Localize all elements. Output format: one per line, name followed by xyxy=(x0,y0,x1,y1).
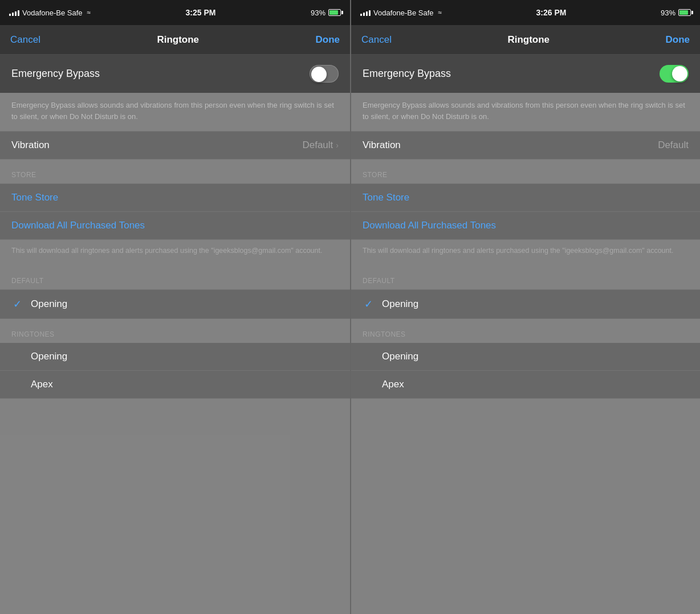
done-button-left[interactable]: Done xyxy=(315,34,340,46)
carrier-left: Vodafone-Be Safe xyxy=(22,9,83,17)
vibration-label-right: Vibration xyxy=(363,140,401,151)
vibration-value-left: Default › xyxy=(302,140,339,151)
emergency-bypass-row-left: Emergency Bypass xyxy=(0,55,350,93)
left-panel: Vodafone-Be Safe ≈ 3:25 PM 93% Cancel Ri… xyxy=(0,0,350,614)
default-section-header-left: DEFAULT xyxy=(0,265,350,289)
description-text-left: Emergency Bypass allows sounds and vibra… xyxy=(11,100,339,122)
emergency-toggle-right[interactable] xyxy=(660,65,689,83)
battery-fill-right xyxy=(679,10,688,15)
default-opening-label-left: Opening xyxy=(31,298,67,310)
time-left: 3:25 PM xyxy=(186,8,216,17)
status-right-left: 93% xyxy=(311,9,341,17)
ringtone-opening-right[interactable]: Opening xyxy=(351,343,700,371)
tone-store-item-right[interactable]: Tone Store xyxy=(351,183,700,212)
signal-bar-4 xyxy=(18,10,19,16)
signal-bar-r3 xyxy=(366,11,368,16)
battery-percent-left: 93% xyxy=(311,9,325,17)
cancel-button-left[interactable]: Cancel xyxy=(10,34,40,46)
tone-store-text-right: Tone Store xyxy=(363,192,409,203)
signal-bar-2 xyxy=(12,13,14,16)
battery-icon-right xyxy=(678,9,691,16)
status-bar-left: Vodafone-Be Safe ≈ 3:25 PM 93% xyxy=(0,0,350,25)
emergency-label-left: Emergency Bypass xyxy=(11,68,100,80)
right-panel: Vodafone-Be Safe ≈ 3:26 PM 93% Cancel Ri… xyxy=(350,0,700,614)
battery-percent-right: 93% xyxy=(661,9,675,17)
tone-store-text-left: Tone Store xyxy=(11,192,58,203)
battery-icon-left xyxy=(328,9,341,16)
status-left: Vodafone-Be Safe ≈ xyxy=(9,9,91,17)
ringtones-section-header-left: RINGTONES xyxy=(0,319,350,343)
toggle-knob-right xyxy=(672,66,687,81)
status-right-right: 93% xyxy=(661,9,691,17)
vibration-label-left: Vibration xyxy=(11,140,50,151)
ringtone-apex-left[interactable]: Apex xyxy=(0,371,350,399)
description-text-right: Emergency Bypass allows sounds and vibra… xyxy=(363,100,689,122)
status-bar-right: Vodafone-Be Safe ≈ 3:26 PM 93% xyxy=(351,0,700,25)
signal-bar-3 xyxy=(15,11,17,16)
cancel-button-right[interactable]: Cancel xyxy=(361,34,392,46)
emergency-toggle-left[interactable] xyxy=(310,65,339,83)
vibration-row-left[interactable]: Vibration Default › xyxy=(0,131,350,159)
default-opening-item-left[interactable]: ✓ Opening xyxy=(0,289,350,319)
signal-bar-r1 xyxy=(360,14,362,16)
description-section-left: Emergency Bypass allows sounds and vibra… xyxy=(0,93,350,131)
status-left-right: Vodafone-Be Safe ≈ xyxy=(360,9,442,17)
default-opening-item-right[interactable]: ✓ Opening xyxy=(351,289,700,319)
download-all-text-right: Download All Purchased Tones xyxy=(363,220,496,231)
checkmark-left: ✓ xyxy=(11,298,23,310)
store-section-header-right: STORE xyxy=(351,159,700,183)
nav-bar-right: Cancel Ringtone Done xyxy=(351,25,700,55)
vibration-row-right[interactable]: Vibration Default xyxy=(351,131,700,159)
signal-icon xyxy=(9,9,19,16)
default-opening-label-right: Opening xyxy=(382,298,418,310)
wifi-icon-right: ≈ xyxy=(438,9,442,17)
emergency-label-right: Emergency Bypass xyxy=(363,68,451,80)
tone-store-item-left[interactable]: Tone Store xyxy=(0,183,350,212)
content-left: Emergency Bypass Emergency Bypass allows… xyxy=(0,55,350,614)
nav-title-left: Ringtone xyxy=(157,34,199,46)
signal-bar-r2 xyxy=(363,13,365,16)
store-section-header-left: STORE xyxy=(0,159,350,183)
carrier-right: Vodafone-Be Safe xyxy=(373,9,434,17)
ringtone-opening-label-left: Opening xyxy=(31,351,67,362)
download-all-item-right[interactable]: Download All Purchased Tones xyxy=(351,212,700,240)
ringtone-apex-right[interactable]: Apex xyxy=(351,371,700,399)
ringtone-opening-label-right: Opening xyxy=(382,351,418,362)
wifi-icon-left: ≈ xyxy=(87,9,91,17)
ringtones-section-header-right: RINGTONES xyxy=(351,319,700,343)
battery-fill-left xyxy=(329,10,338,15)
description-section-right: Emergency Bypass allows sounds and vibra… xyxy=(351,93,700,131)
signal-icon-right xyxy=(360,9,371,16)
download-all-item-left[interactable]: Download All Purchased Tones xyxy=(0,212,350,240)
emergency-bypass-row-right: Emergency Bypass xyxy=(351,55,700,93)
time-right: 3:26 PM xyxy=(536,8,567,17)
done-button-right[interactable]: Done xyxy=(665,34,690,46)
vibration-value-right: Default xyxy=(658,140,689,151)
ringtone-apex-label-right: Apex xyxy=(382,379,404,390)
ringtone-apex-label-left: Apex xyxy=(31,379,53,390)
content-right: Emergency Bypass Emergency Bypass allows… xyxy=(351,55,700,614)
nav-bar-left: Cancel Ringtone Done xyxy=(0,25,350,55)
toggle-knob-left xyxy=(311,67,327,82)
default-section-header-right: DEFAULT xyxy=(351,265,700,289)
signal-bar-r4 xyxy=(369,10,371,16)
nav-title-right: Ringtone xyxy=(507,34,550,46)
ringtone-opening-left[interactable]: Opening xyxy=(0,343,350,371)
checkmark-right: ✓ xyxy=(363,298,374,310)
download-all-text-left: Download All Purchased Tones xyxy=(11,220,145,231)
download-note-right: This will download all ringtones and ale… xyxy=(351,240,700,265)
signal-bar-1 xyxy=(9,14,11,16)
vibration-chevron-left: › xyxy=(336,141,339,150)
download-note-left: This will download all ringtones and ale… xyxy=(0,240,350,265)
